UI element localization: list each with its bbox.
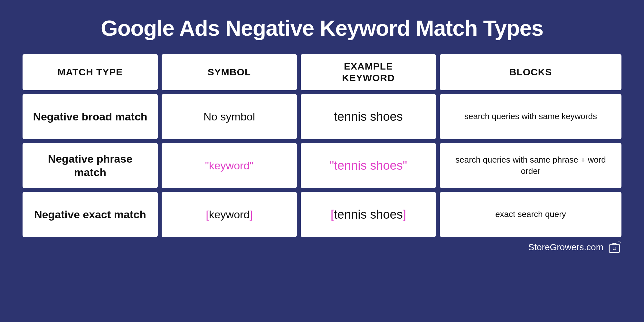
- table-header-row: MATCH TYPE SYMBOL EXAMPLE KEYWORD BLOCKS: [23, 54, 621, 90]
- footer: StoreGrowers.com: [23, 240, 621, 254]
- exact-match-type: Negative exact match: [23, 192, 158, 237]
- svg-line-3: [619, 244, 620, 244]
- exact-symbol: [keyword]: [162, 192, 297, 237]
- header-match-type: MATCH TYPE: [23, 54, 158, 90]
- header-example-keyword: EXAMPLE KEYWORD: [301, 54, 436, 90]
- page-title: Google Ads Negative Keyword Match Types: [101, 15, 543, 41]
- broad-symbol: No symbol: [162, 94, 297, 139]
- cart-icon: [607, 240, 621, 254]
- table-row-phrase: Negative phrase match "keyword" "tennis …: [23, 143, 621, 188]
- phrase-match-type: Negative phrase match: [23, 143, 158, 188]
- brand-name: StoreGrowers.com: [528, 242, 603, 252]
- svg-rect-0: [609, 245, 620, 252]
- svg-line-2: [620, 243, 621, 243]
- svg-line-1: [619, 241, 619, 242]
- table-row-exact: Negative exact match [keyword] [tennis s…: [23, 192, 621, 237]
- phrase-symbol: "keyword": [162, 143, 297, 188]
- broad-match-type: Negative broad match: [23, 94, 158, 139]
- broad-example: tennis shoes: [301, 94, 436, 139]
- svg-point-4: [613, 248, 614, 249]
- header-symbol: SYMBOL: [162, 54, 297, 90]
- exact-blocks: exact search query: [440, 192, 621, 237]
- broad-blocks: search queries with same keywords: [440, 94, 621, 139]
- exact-example: [tennis shoes]: [301, 192, 436, 237]
- svg-point-5: [615, 248, 616, 249]
- header-blocks: BLOCKS: [440, 54, 621, 90]
- phrase-example: "tennis shoes": [301, 143, 436, 188]
- table: MATCH TYPE SYMBOL EXAMPLE KEYWORD BLOCKS…: [23, 54, 621, 237]
- phrase-blocks: search queries with same phrase + word o…: [440, 143, 621, 188]
- table-row-broad: Negative broad match No symbol tennis sh…: [23, 94, 621, 139]
